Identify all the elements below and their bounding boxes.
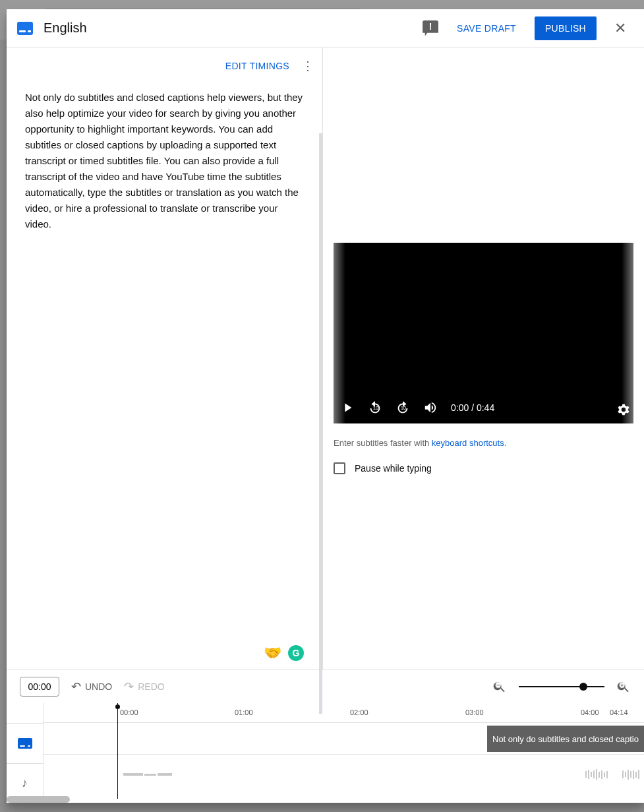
timeline-body: ♪ 00:00 01:00 02:00 03:00 04:00 04:14 No… <box>7 703 644 803</box>
pause-while-typing-label: Pause while typing <box>355 463 432 474</box>
forward-seconds: 10 <box>401 406 406 410</box>
ruler-tick-5: 04:14 <box>610 708 628 716</box>
video-player[interactable]: 10 10 0:00 / 0:44 <box>334 243 633 423</box>
play-icon[interactable] <box>340 400 356 415</box>
ruler-tick-2: 02:00 <box>350 708 368 716</box>
ruler-tick-4: 04:00 <box>581 708 599 716</box>
timeline-toolbar: ↶ UNDO ↷ REDO <box>7 670 644 703</box>
zoom-slider[interactable] <box>519 686 604 687</box>
pause-while-typing-checkbox[interactable] <box>334 462 345 474</box>
pause-while-typing-row: Pause while typing <box>334 462 633 474</box>
timeline-panel: ↶ UNDO ↷ REDO ♪ <box>7 670 644 803</box>
keyboard-shortcuts-link[interactable]: keyboard shortcuts <box>432 438 504 448</box>
corner-icons: 🤝 G <box>264 644 304 662</box>
grammarly-icon[interactable]: G <box>288 645 304 661</box>
zoom-out-icon[interactable] <box>492 679 507 694</box>
horizontal-scrollbar[interactable] <box>7 796 70 803</box>
ruler-tick-1: 01:00 <box>235 708 253 716</box>
timeline-gutter: ♪ <box>7 703 44 803</box>
handshake-emoji-icon: 🤝 <box>264 644 281 662</box>
captions-icon <box>17 22 33 35</box>
modal-header: English SAVE DRAFT PUBLISH ✕ <box>7 9 644 47</box>
rewind-seconds: 10 <box>373 406 378 410</box>
transcript-textarea[interactable] <box>7 84 322 670</box>
timeline-tracks[interactable]: 00:00 01:00 02:00 03:00 04:00 04:14 Not … <box>44 703 644 803</box>
ruler-tick-3: 03:00 <box>465 708 484 716</box>
undo-icon: ↶ <box>71 679 81 694</box>
keyboard-hint: Enter subtitles faster with keyboard sho… <box>334 438 633 448</box>
duration: 0:44 <box>477 402 494 413</box>
captions-track-icon <box>18 738 32 749</box>
zoom-controls <box>492 679 631 694</box>
undo-button[interactable]: ↶ UNDO <box>71 679 112 694</box>
video-progress[interactable] <box>334 241 633 243</box>
current-time: 0:00 <box>451 402 469 413</box>
subtitle-editor-modal: English SAVE DRAFT PUBLISH ✕ EDIT TIMING… <box>7 9 644 803</box>
scrollbar[interactable] <box>319 133 322 714</box>
save-draft-button[interactable]: SAVE DRAFT <box>449 18 524 39</box>
zoom-in-icon[interactable] <box>616 679 631 694</box>
redo-button[interactable]: ↷ REDO <box>124 679 164 694</box>
redo-icon: ↷ <box>124 679 134 694</box>
publish-button[interactable]: PUBLISH <box>535 16 597 40</box>
transcript-panel: EDIT TIMINGS ⋮ 🤝 G <box>7 47 323 670</box>
modal-body: EDIT TIMINGS ⋮ 🤝 G <box>7 47 644 670</box>
forward-10-icon[interactable]: 10 <box>395 400 411 415</box>
time-display: 0:00 / 0:44 <box>451 402 494 413</box>
preview-panel: 10 10 0:00 / 0:44 Enter subtitles <box>323 47 644 670</box>
timeline-ruler[interactable]: 00:00 01:00 02:00 03:00 04:00 04:14 <box>44 703 644 723</box>
time-input[interactable] <box>20 677 59 697</box>
volume-icon[interactable] <box>423 400 439 415</box>
caption-track-gutter[interactable] <box>7 723 44 763</box>
feedback-icon[interactable] <box>423 20 438 36</box>
playhead[interactable] <box>117 703 118 799</box>
edit-timings-button[interactable]: EDIT TIMINGS <box>218 55 297 77</box>
settings-icon[interactable] <box>616 402 631 417</box>
ruler-tick-0: 00:00 <box>120 708 138 716</box>
modal-title: English <box>44 20 87 36</box>
rewind-10-icon[interactable]: 10 <box>368 400 384 415</box>
close-button[interactable]: ✕ <box>607 15 633 42</box>
music-note-icon: ♪ <box>22 776 28 790</box>
caption-segment[interactable]: Not only do subtitles and closed captio <box>487 726 644 752</box>
waveform <box>44 760 644 789</box>
transcript-toolbar: EDIT TIMINGS ⋮ <box>7 47 322 84</box>
video-controls: 10 10 0:00 / 0:44 <box>334 392 633 423</box>
more-options-icon[interactable]: ⋮ <box>300 59 316 73</box>
